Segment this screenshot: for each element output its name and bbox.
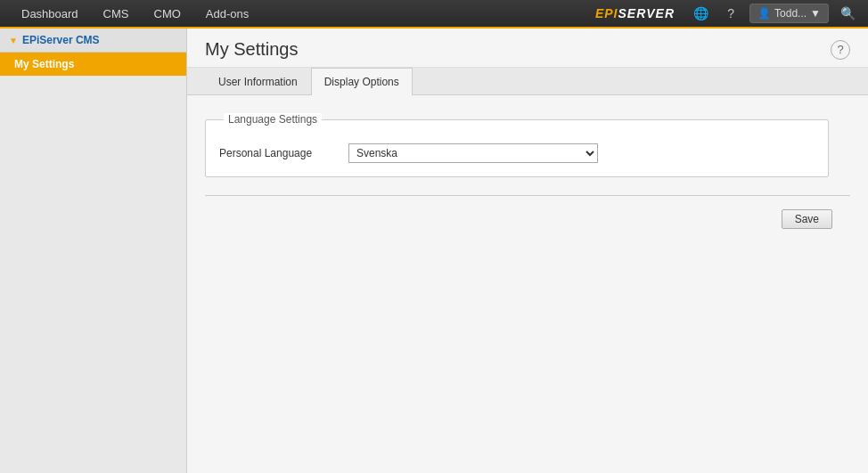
globe-icon[interactable]: 🌐: [689, 2, 712, 25]
sidebar-collapse-arrow: ▼: [9, 36, 18, 45]
tabs-bar: User Information Display Options: [187, 68, 868, 95]
action-bar: Save: [205, 209, 850, 229]
nav-dashboard[interactable]: Dashboard: [9, 0, 91, 28]
tab-user-information[interactable]: User Information: [205, 68, 311, 95]
page-header: My Settings ?: [187, 29, 868, 68]
tab-display-options[interactable]: Display Options: [311, 68, 413, 95]
save-button[interactable]: Save: [782, 209, 832, 229]
personal-language-label: Personal Language: [219, 147, 335, 159]
search-icon[interactable]: 🔍: [836, 2, 859, 25]
sidebar-section-header[interactable]: ▼ EPiServer CMS: [0, 29, 186, 53]
top-navigation: Dashboard CMS CMO Add-ons EPISERVER 🌐 ? …: [0, 0, 868, 29]
main-layout: ▼ EPiServer CMS My Settings My Settings …: [0, 29, 868, 473]
sidebar-item-my-settings[interactable]: My Settings: [0, 53, 186, 76]
personal-language-select[interactable]: Svenska English Deutsch Français: [348, 143, 598, 163]
fieldset-legend: Language Settings: [224, 113, 322, 126]
nav-cmo[interactable]: CMO: [142, 0, 193, 28]
content-area: My Settings ? User Information Display O…: [187, 29, 868, 473]
sidebar: ▼ EPiServer CMS My Settings: [0, 29, 187, 473]
nav-addons[interactable]: Add-ons: [193, 0, 261, 28]
language-settings-fieldset: Language Settings Personal Language Sven…: [205, 113, 829, 177]
personal-language-row: Personal Language Svenska English Deutsc…: [219, 143, 815, 163]
user-dropdown-arrow: ▼: [810, 7, 821, 20]
content-divider: [205, 195, 850, 196]
episerver-logo: EPISERVER: [595, 6, 675, 20]
user-menu-button[interactable]: 👤 Todd... ▼: [749, 4, 829, 23]
nav-cms[interactable]: CMS: [91, 0, 142, 28]
tab-content-display-options: Language Settings Personal Language Sven…: [187, 95, 868, 247]
page-title: My Settings: [205, 39, 298, 60]
nav-items-left: Dashboard CMS CMO Add-ons: [9, 0, 595, 28]
nav-right-controls: EPISERVER 🌐 ? 👤 Todd... ▼ 🔍: [595, 2, 859, 25]
user-avatar-icon: 👤: [757, 7, 771, 20]
page-help-icon[interactable]: ?: [831, 40, 850, 60]
help-icon[interactable]: ?: [719, 2, 742, 25]
sidebar-section-label: EPiServer CMS: [22, 34, 100, 46]
user-label: Todd...: [774, 7, 807, 20]
